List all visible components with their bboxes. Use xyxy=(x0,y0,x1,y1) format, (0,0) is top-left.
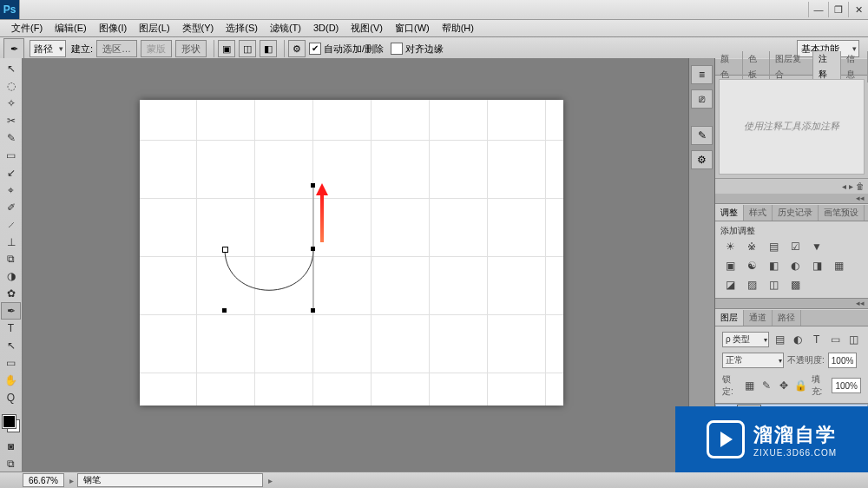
adj-gradmap-icon[interactable]: ◫ xyxy=(766,278,781,292)
path-mode-dropdown[interactable]: 路径 xyxy=(30,40,66,57)
blend-mode-dropdown[interactable]: 正常 xyxy=(722,353,784,368)
menu-file[interactable]: 文件(F) xyxy=(5,20,49,36)
align-edges-checkbox[interactable] xyxy=(391,43,403,55)
adj-levels-icon[interactable]: ※ xyxy=(744,240,760,254)
handle-point[interactable] xyxy=(222,308,227,313)
menu-3d[interactable]: 3D(D) xyxy=(307,20,345,36)
color-swatch[interactable] xyxy=(3,415,20,432)
adj-colorlookup-icon[interactable]: ◨ xyxy=(809,259,825,273)
healing-tool[interactable]: ↙ xyxy=(1,164,21,181)
lock-all-icon[interactable]: 🔒 xyxy=(794,379,808,392)
crop-tool[interactable]: ✎ xyxy=(1,129,21,147)
menu-edit[interactable]: 编辑(E) xyxy=(49,20,93,36)
menu-help[interactable]: 帮助(H) xyxy=(436,20,480,36)
menu-view[interactable]: 视图(V) xyxy=(345,20,389,36)
arrange-icon[interactable]: ◧ xyxy=(260,40,277,57)
make-mask-button[interactable]: 蒙版 xyxy=(141,40,172,57)
shape-tool[interactable]: ▭ xyxy=(1,354,21,372)
handle-point[interactable] xyxy=(311,308,315,313)
fill-input[interactable]: 100% xyxy=(832,378,861,393)
current-tool[interactable]: 钢笔 xyxy=(77,473,263,487)
gear-icon[interactable]: ⚙ xyxy=(288,40,306,57)
eraser-tool[interactable]: ⊥ xyxy=(1,234,21,251)
zoom-tool[interactable]: Q xyxy=(1,389,21,406)
anchor-point[interactable] xyxy=(222,247,228,253)
dock-brush-icon[interactable]: ≡ xyxy=(691,65,713,84)
adj-posterize-icon[interactable]: ◪ xyxy=(722,278,738,292)
path-select-tool[interactable]: ↖ xyxy=(1,337,21,354)
stamp-tool[interactable]: ✐ xyxy=(1,199,21,216)
minimize-button[interactable]: — xyxy=(808,2,828,17)
brush-tool[interactable]: ⌖ xyxy=(1,181,21,199)
lock-position-icon[interactable]: ✥ xyxy=(777,379,791,392)
adj-invert-icon[interactable]: ▦ xyxy=(831,259,846,273)
maximize-button[interactable]: ❐ xyxy=(828,2,848,17)
type-tool[interactable]: T xyxy=(1,320,21,337)
lock-trans-icon[interactable]: ▦ xyxy=(743,379,757,392)
blur-tool[interactable]: ◑ xyxy=(1,267,21,285)
filter-smart-icon[interactable]: ◫ xyxy=(846,333,861,346)
adj-exposure-icon[interactable]: ☑ xyxy=(787,240,803,254)
make-selection-button[interactable]: 选区… xyxy=(96,40,137,57)
filter-adjust-icon[interactable]: ◐ xyxy=(791,333,806,346)
filter-shape-icon[interactable]: ▭ xyxy=(827,333,842,346)
opacity-input[interactable]: 100% xyxy=(828,353,858,368)
tab-adjust[interactable]: 调整 xyxy=(715,205,744,221)
canvas-area[interactable] xyxy=(23,58,688,472)
close-button[interactable]: ✕ xyxy=(848,2,868,17)
pen-tool[interactable]: ✒ xyxy=(1,302,21,320)
adj-brightness-icon[interactable]: ☀ xyxy=(722,240,738,254)
eyedropper-tool[interactable]: ▭ xyxy=(1,147,21,164)
foreground-color[interactable] xyxy=(3,415,16,428)
tab-brushpresets[interactable]: 画笔预设 xyxy=(819,205,865,221)
adj-hue-icon[interactable]: ▣ xyxy=(722,259,738,273)
menu-layer[interactable]: 图层(L) xyxy=(133,20,175,36)
panel-collapse-strip[interactable]: ◂◂ xyxy=(715,299,868,309)
lasso-tool[interactable]: ✧ xyxy=(1,95,21,112)
adj-vibrance-icon[interactable]: ▼ xyxy=(809,240,825,254)
tab-layers[interactable]: 图层 xyxy=(715,310,744,326)
adj-curves-icon[interactable]: ▤ xyxy=(766,240,781,254)
menu-image[interactable]: 图像(I) xyxy=(93,20,133,36)
dodge-tool[interactable]: ✿ xyxy=(1,285,21,302)
pen-tool-icon[interactable]: ✒ xyxy=(3,38,24,59)
adj-photofilter-icon[interactable]: ◧ xyxy=(766,259,781,273)
menu-window[interactable]: 窗口(W) xyxy=(389,20,436,36)
hand-tool[interactable]: ✋ xyxy=(1,372,21,389)
make-shape-button[interactable]: 形状 xyxy=(175,40,207,57)
tab-history[interactable]: 历史记录 xyxy=(773,205,819,221)
adj-selcolor-icon[interactable]: ▩ xyxy=(787,278,803,292)
menu-type[interactable]: 类型(Y) xyxy=(176,20,220,36)
dock-para-icon[interactable]: ⚙ xyxy=(691,150,713,169)
align-icon[interactable]: ◫ xyxy=(239,40,256,57)
tab-paths[interactable]: 路径 xyxy=(773,310,801,326)
adj-channelmix-icon[interactable]: ◐ xyxy=(787,259,803,273)
filter-type-icon[interactable]: T xyxy=(809,333,824,346)
canvas[interactable] xyxy=(140,100,563,406)
layer-kind-dropdown[interactable]: ρ 类型 xyxy=(722,332,769,347)
quickmask-tool[interactable]: ◙ xyxy=(1,438,21,455)
tab-channels[interactable]: 通道 xyxy=(744,310,773,326)
dock-clone-icon[interactable]: ⎚ xyxy=(691,89,713,109)
tab-layercomps[interactable]: 图层复合 xyxy=(770,51,813,82)
dock-char-icon[interactable]: ✎ xyxy=(691,126,713,145)
marquee-tool[interactable]: ◌ xyxy=(1,77,21,95)
adj-threshold-icon[interactable]: ▨ xyxy=(744,278,760,292)
panel-collapse-strip[interactable]: ◂◂ xyxy=(715,194,868,204)
tab-swatches[interactable]: 色板 xyxy=(743,51,771,82)
lock-pixels-icon[interactable]: ✎ xyxy=(760,379,774,392)
move-tool[interactable]: ↖ xyxy=(1,60,21,77)
tab-styles[interactable]: 样式 xyxy=(744,205,773,221)
handle-point[interactable] xyxy=(311,183,315,188)
anchor-point[interactable] xyxy=(311,247,315,251)
adj-bw-icon[interactable]: ☯ xyxy=(744,259,760,273)
zoom-level[interactable]: 66.67% xyxy=(23,473,64,487)
menu-filter[interactable]: 滤镜(T) xyxy=(264,20,307,36)
filter-pixel-icon[interactable]: ▤ xyxy=(773,333,787,346)
path-op-icon[interactable]: ▣ xyxy=(218,40,235,57)
screenmode-tool[interactable]: ⧉ xyxy=(1,455,21,472)
tab-info[interactable]: 信息 xyxy=(841,51,869,82)
tab-color[interactable]: 颜色 xyxy=(715,51,743,82)
auto-add-checkbox[interactable]: ✔ xyxy=(309,43,321,55)
history-brush-tool[interactable]: ⟋ xyxy=(1,216,21,234)
